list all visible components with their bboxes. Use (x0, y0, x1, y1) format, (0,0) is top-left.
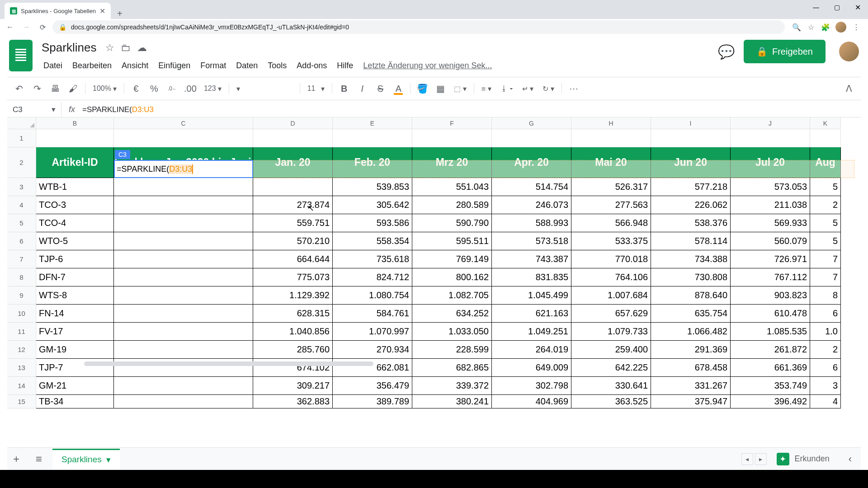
cell[interactable]: 593.586 (333, 214, 412, 232)
percent-button[interactable]: % (146, 80, 162, 97)
cell[interactable]: 309.217 (253, 377, 333, 395)
header-cell[interactable]: Aug (810, 147, 841, 178)
number-format-select[interactable]: 123 ▾ (200, 84, 225, 93)
col-header-C[interactable]: C (114, 117, 253, 129)
cell[interactable]: 573.053 (731, 178, 810, 196)
cell[interactable]: 678.458 (651, 359, 731, 377)
cell[interactable]: 878.640 (651, 286, 731, 305)
cell[interactable] (36, 129, 114, 147)
new-tab-button[interactable]: + (111, 9, 129, 19)
name-box[interactable]: C3▾ (7, 102, 61, 117)
cell[interactable]: FN-14 (36, 305, 114, 323)
minimize-button[interactable]: — (806, 0, 826, 14)
col-header-K[interactable]: K (810, 117, 841, 129)
cell[interactable]: 1.082.705 (412, 286, 492, 305)
cell[interactable]: 1.007.684 (571, 286, 651, 305)
col-header-F[interactable]: F (412, 117, 492, 129)
cell[interactable]: 1.080.754 (333, 286, 412, 305)
cell[interactable]: 353.749 (731, 377, 810, 395)
bookmark-icon[interactable]: ☆ (807, 23, 816, 32)
cell[interactable]: 621.163 (492, 305, 571, 323)
cell[interactable]: 635.754 (651, 305, 731, 323)
cell[interactable]: 661.369 (731, 359, 810, 377)
add-sheet-button[interactable]: + (7, 450, 25, 468)
all-sheets-button[interactable]: ≡ (30, 450, 48, 468)
header-cell[interactable]: Artikel-ID (36, 147, 114, 178)
close-window-button[interactable]: ✕ (847, 0, 868, 14)
cell[interactable]: 1.033.050 (412, 323, 492, 341)
cell[interactable]: 1.129.392 (253, 286, 333, 305)
cell[interactable]: 735.618 (333, 250, 412, 268)
cell[interactable]: 570.210 (253, 232, 333, 250)
cell[interactable]: 538.376 (651, 214, 731, 232)
cell[interactable] (412, 129, 492, 147)
forward-button[interactable]: → (20, 21, 33, 33)
cell[interactable]: 578.114 (651, 232, 731, 250)
header-cell[interactable]: Jun 20 (651, 147, 731, 178)
row-header-8[interactable]: 8 (7, 268, 36, 286)
cell[interactable] (114, 286, 253, 305)
cell[interactable]: 584.761 (333, 305, 412, 323)
explore-button[interactable]: Erkunden (795, 454, 830, 464)
vertical-align-button[interactable]: ⭳ ▾ (497, 84, 517, 93)
cell[interactable]: 1.045.499 (492, 286, 571, 305)
row-header-4[interactable]: 4 (7, 196, 36, 214)
row-header-1[interactable]: 1 (7, 129, 36, 147)
cell[interactable]: 610.478 (731, 305, 810, 323)
cell[interactable]: 800.162 (412, 268, 492, 286)
zoom-icon[interactable]: 🔍 (792, 23, 801, 32)
cell[interactable]: 3 (810, 377, 841, 395)
font-select[interactable]: ▾ (233, 84, 296, 93)
collapse-toolbar-button[interactable]: ᐱ (841, 80, 857, 97)
decrease-decimal-button[interactable]: .0← (164, 80, 180, 97)
cell[interactable]: 734.388 (651, 250, 731, 268)
cell[interactable]: 246.073 (492, 196, 571, 214)
cell[interactable]: 2 (810, 196, 841, 214)
reload-button[interactable]: ⟳ (36, 21, 49, 33)
col-header-J[interactable]: J (731, 117, 810, 129)
cell[interactable]: 526.317 (571, 178, 651, 196)
row-header-15[interactable]: 15 (7, 395, 36, 408)
formula-bar[interactable]: =SPARKLINE(D3:U3 (82, 105, 861, 114)
cell[interactable]: 573.518 (492, 232, 571, 250)
cell[interactable]: 533.375 (571, 232, 651, 250)
cell[interactable]: TB-34 (36, 395, 114, 408)
cell[interactable] (114, 129, 253, 147)
sheet-tab-menu-icon[interactable]: ▾ (106, 455, 111, 465)
menu-einfuegen[interactable]: Einfügen (154, 59, 195, 72)
cell[interactable]: 380.241 (412, 395, 492, 408)
cell[interactable]: 649.009 (492, 359, 571, 377)
cell[interactable]: 560.079 (731, 232, 810, 250)
sheet-tab-sparklines[interactable]: Sparklines ▾ (52, 449, 120, 469)
col-header-B[interactable]: B (36, 117, 114, 129)
document-title[interactable]: Sparklines (39, 40, 99, 56)
cell[interactable]: 228.599 (412, 341, 492, 359)
cell[interactable]: 280.589 (412, 196, 492, 214)
address-bar[interactable]: 🔒 docs.google.com/spreadsheets/d/1njIwCa… (52, 20, 785, 34)
share-button[interactable]: 🔒 Freigeben (744, 40, 826, 63)
cell[interactable] (114, 395, 253, 408)
cell[interactable]: 628.315 (253, 305, 333, 323)
undo-button[interactable]: ↶ (11, 80, 27, 97)
cell[interactable]: TCO-3 (36, 196, 114, 214)
cell[interactable]: 331.267 (651, 377, 731, 395)
cell[interactable]: 396.492 (731, 395, 810, 408)
row-header-14[interactable]: 14 (7, 377, 36, 395)
cell[interactable]: 831.835 (492, 268, 571, 286)
cell[interactable]: FV-17 (36, 323, 114, 341)
cell[interactable]: 824.712 (333, 268, 412, 286)
row-header-6[interactable]: 6 (7, 232, 36, 250)
cell[interactable]: 1.085.535 (731, 323, 810, 341)
account-avatar[interactable] (839, 42, 859, 61)
col-header-H[interactable]: H (571, 117, 651, 129)
print-button[interactable]: 🖶 (47, 80, 63, 97)
cell[interactable] (114, 323, 253, 341)
cell[interactable]: 551.043 (412, 178, 492, 196)
cell[interactable]: 5 (810, 232, 841, 250)
back-button[interactable]: ← (4, 21, 16, 33)
cloud-status-icon[interactable]: ☁ (137, 42, 147, 54)
cell[interactable] (114, 268, 253, 286)
cell[interactable]: 664.644 (253, 250, 333, 268)
currency-button[interactable]: € (128, 80, 144, 97)
move-icon[interactable]: 🗀 (121, 42, 131, 54)
